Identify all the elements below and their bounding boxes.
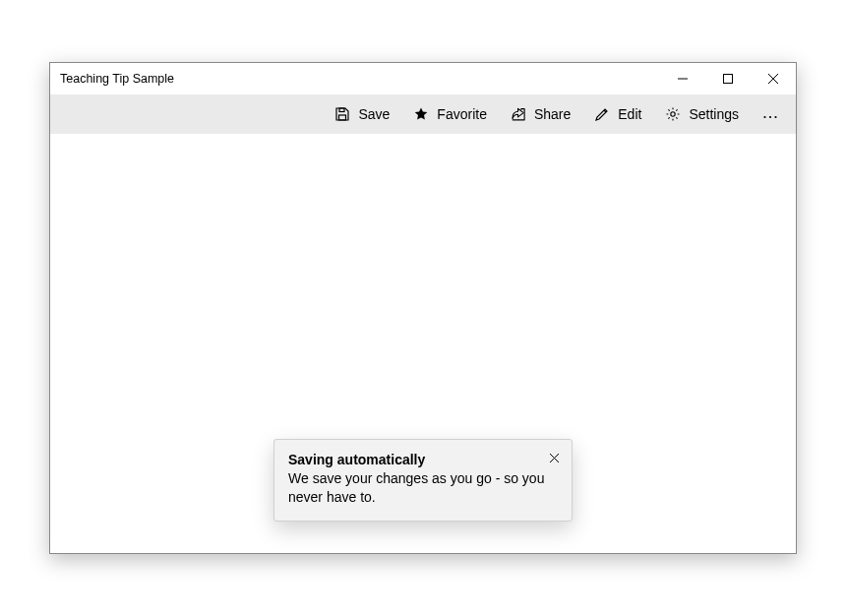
settings-label: Settings xyxy=(689,106,739,122)
content-area: Saving automatically We save your change… xyxy=(50,134,796,553)
svg-rect-1 xyxy=(724,75,733,84)
titlebar: Teaching Tip Sample xyxy=(50,63,796,94)
save-button[interactable]: Save xyxy=(323,94,401,134)
minimize-icon xyxy=(678,74,688,84)
commandbar: Save Favorite Share xyxy=(50,94,796,134)
minimize-button[interactable] xyxy=(660,63,705,94)
svg-rect-4 xyxy=(339,115,346,120)
svg-point-8 xyxy=(763,116,765,118)
maximize-button[interactable] xyxy=(705,63,751,94)
share-icon xyxy=(511,106,526,122)
share-label: Share xyxy=(534,106,571,122)
favorite-label: Favorite xyxy=(437,106,487,122)
maximize-icon xyxy=(723,74,733,84)
favorite-button[interactable]: Favorite xyxy=(401,94,499,134)
window-controls xyxy=(660,63,796,94)
star-icon xyxy=(413,106,429,122)
teaching-tip-subtitle: We save your changes as you go - so you … xyxy=(288,469,558,507)
edit-label: Edit xyxy=(618,106,641,122)
close-button[interactable] xyxy=(751,63,796,94)
settings-button[interactable]: Settings xyxy=(653,94,751,134)
share-button[interactable]: Share xyxy=(499,94,582,134)
close-icon xyxy=(768,74,778,84)
svg-point-9 xyxy=(769,116,771,118)
more-icon xyxy=(762,105,778,123)
svg-rect-5 xyxy=(339,108,344,112)
gear-icon xyxy=(665,106,681,122)
window-title: Teaching Tip Sample xyxy=(50,72,660,86)
teaching-tip-title: Saving automatically xyxy=(288,452,558,467)
edit-button[interactable]: Edit xyxy=(582,94,653,134)
save-icon xyxy=(334,106,350,122)
teaching-tip-close-button[interactable] xyxy=(544,448,564,467)
svg-point-7 xyxy=(671,112,675,116)
teaching-tip: Saving automatically We save your change… xyxy=(273,439,573,522)
more-button[interactable] xyxy=(751,94,790,134)
app-window: Teaching Tip Sample xyxy=(49,62,797,554)
save-label: Save xyxy=(358,106,390,122)
edit-icon xyxy=(594,106,610,122)
close-icon xyxy=(550,449,559,466)
svg-point-10 xyxy=(774,116,776,118)
